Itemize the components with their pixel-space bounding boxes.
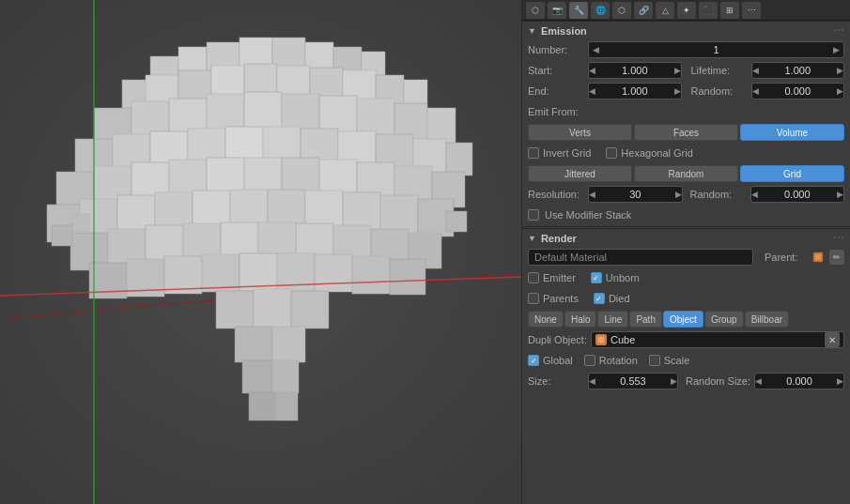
svg-rect-74 — [202, 254, 240, 292]
world-icon[interactable]: 🌐 — [591, 2, 610, 19]
svg-rect-80 — [216, 291, 254, 328]
tool-icon[interactable]: △ — [656, 2, 674, 19]
svg-rect-38 — [446, 143, 472, 176]
start-left-arr: ◀ — [589, 66, 595, 75]
lifetime-field[interactable]: ◀ 1.000 ▶ — [751, 62, 845, 79]
emit-from-row: Emit From: — [522, 101, 850, 122]
render-triangle: ▼ — [528, 234, 536, 243]
died-checkbox[interactable] — [594, 293, 605, 304]
end-label: End: — [528, 85, 584, 97]
square-icon[interactable]: ⬛ — [699, 2, 718, 19]
jittered-btn[interactable]: Jittered — [528, 165, 632, 182]
number-field[interactable]: ◀ 1 ▶ — [588, 41, 844, 58]
grid-icon[interactable]: ⊞ — [720, 2, 739, 19]
voxel-mesh — [0, 0, 521, 504]
rotation-item: Rotation — [584, 355, 638, 366]
random-field[interactable]: ◀ 0.000 ▶ — [751, 83, 845, 99]
size-label: Size: — [528, 375, 584, 387]
svg-rect-83 — [235, 327, 272, 362]
billboard-btn[interactable]: Billboar — [745, 311, 789, 328]
line-btn[interactable]: Line — [597, 311, 628, 328]
start-right-arr: ▶ — [674, 66, 681, 75]
resolution-field[interactable]: ◀ 30 ▶ — [588, 186, 683, 203]
group-btn[interactable]: Group — [704, 311, 744, 328]
particles-icon[interactable]: ⬡ — [526, 2, 545, 19]
start-lifetime-row: Start: ◀ 1.000 ▶ Lifetime: ◀ 1.000 ▶ — [522, 60, 850, 81]
dupli-clear-btn[interactable]: ✕ — [825, 332, 840, 347]
viewport-3d[interactable] — [0, 0, 521, 504]
dupli-object-value: Cube — [610, 334, 635, 345]
end-field[interactable]: ◀ 1.000 ▶ — [588, 83, 682, 99]
top-toolbar: ⬡ 📷 🔧 🌐 ⬡ 🔗 △ ✦ ⬛ ⊞ ⋯ — [522, 0, 850, 21]
resolution-random-field[interactable]: ◀ 0.000 ▶ — [750, 186, 845, 203]
unborn-label: Unborn — [606, 272, 640, 283]
halo-btn[interactable]: Halo — [564, 311, 597, 328]
parents-died-row: Parents Died — [522, 288, 850, 309]
rsize-right-arr: ▶ — [837, 376, 843, 386]
resolution-random-label: Random: — [690, 189, 747, 200]
res-rand-right-arr: ▶ — [837, 190, 843, 199]
svg-rect-91 — [446, 211, 467, 232]
hex-grid-checkbox[interactable] — [606, 147, 617, 159]
scale-checkbox[interactable] — [649, 355, 660, 366]
random-label: Random: — [691, 85, 748, 97]
size-field[interactable]: ◀ 0.553 ▶ — [588, 373, 678, 389]
size-left-arr: ◀ — [589, 376, 595, 386]
hex-icon[interactable]: ⬡ — [612, 2, 631, 19]
emission-dots: ··· — [834, 25, 844, 36]
parent-icon — [811, 250, 826, 265]
svg-rect-79 — [390, 259, 425, 295]
resolution-random-value: 0.000 — [758, 189, 838, 200]
emission-label: Emission — [541, 25, 587, 37]
number-label: Number: — [528, 44, 584, 55]
properties-panel: ⬡ 📷 🔧 🌐 ⬡ 🔗 △ ✦ ⬛ ⊞ ⋯ ▼ Emission ··· Num… — [521, 0, 850, 504]
svg-rect-77 — [315, 254, 352, 292]
lifetime-label: Lifetime: — [691, 65, 748, 76]
active-icon[interactable]: 🔧 — [569, 2, 588, 19]
section-divider-1 — [522, 226, 850, 227]
modifier-stack-checkbox[interactable] — [528, 209, 539, 221]
render-header[interactable]: ▼ Render ··· — [522, 228, 850, 247]
link-icon[interactable]: 🔗 — [634, 2, 653, 19]
dupli-object-label: Dupli Object: — [528, 334, 587, 345]
distribution-group: Jittered Random Grid — [528, 165, 844, 182]
svg-rect-88 — [275, 392, 298, 420]
render-label: Render — [541, 233, 577, 244]
default-material-dropdown[interactable]: Default Material — [528, 249, 753, 266]
star-icon[interactable]: ✦ — [677, 2, 696, 19]
emission-header[interactable]: ▼ Emission ··· — [522, 21, 850, 39]
died-label: Died — [609, 293, 630, 304]
emitter-unborn-row: Emitter Unborn — [522, 267, 850, 288]
pencil-button[interactable]: ✏ — [829, 250, 844, 265]
random-size-value: 0.000 — [762, 375, 837, 387]
unborn-checkbox[interactable] — [591, 272, 602, 283]
start-label: Start: — [528, 65, 584, 76]
render-icon[interactable]: 📷 — [548, 2, 566, 19]
hex-grid-item: Hexagonal Grid — [606, 147, 692, 159]
lifetime-right-arr: ▶ — [837, 66, 843, 75]
start-field[interactable]: ◀ 1.000 ▶ — [588, 62, 682, 79]
svg-rect-86 — [272, 360, 299, 393]
none-btn[interactable]: None — [528, 311, 564, 328]
parent-label: Parent: — [765, 252, 807, 263]
faces-btn[interactable]: Faces — [634, 124, 738, 141]
parents-checkbox[interactable] — [528, 293, 539, 304]
random-btn2[interactable]: Random — [634, 165, 738, 182]
rsize-left-arr: ◀ — [755, 376, 762, 386]
path-btn[interactable]: Path — [629, 311, 662, 328]
extra-icon[interactable]: ⋯ — [742, 2, 761, 19]
random-size-field[interactable]: ◀ 0.000 ▶ — [754, 373, 844, 389]
volume-btn[interactable]: Volume — [740, 124, 844, 141]
invert-grid-checkbox[interactable] — [528, 147, 539, 159]
emitter-checkbox[interactable] — [528, 272, 539, 283]
cube-icon — [595, 334, 607, 345]
verts-btn[interactable]: Verts — [528, 124, 632, 141]
dupli-object-field[interactable]: Cube ✕ — [591, 331, 844, 348]
hex-grid-label: Hexagonal Grid — [621, 147, 692, 159]
modifier-stack-label: Use Modifier Stack — [545, 209, 631, 221]
grid-btn[interactable]: Grid — [740, 165, 844, 182]
random-size-label: Random Size: — [686, 375, 750, 387]
rotation-checkbox[interactable] — [584, 355, 595, 366]
object-btn[interactable]: Object — [663, 311, 703, 328]
global-checkbox[interactable] — [528, 355, 539, 366]
